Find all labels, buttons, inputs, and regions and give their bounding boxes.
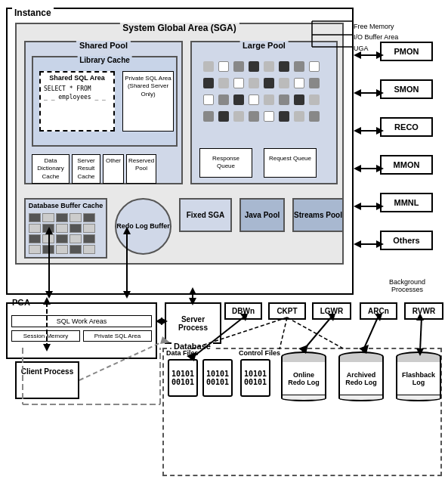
shared-pool-box: Shared Pool Library Cache Shared SQL Are…: [24, 41, 183, 184]
others-label: Others: [393, 236, 419, 245]
redo-log-buffer-label: Redo Log Buffer: [116, 222, 170, 231]
redo-log-buffer-box: Redo Log Buffer: [115, 198, 171, 255]
instance-box: Instance System Global Area (SGA) Shared…: [6, 8, 354, 295]
shared-pool-label: Shared Pool: [76, 41, 131, 50]
pga-label: PGA: [12, 298, 30, 307]
svg-line-46: [280, 317, 287, 349]
svg-line-39: [363, 317, 378, 351]
large-pool-dots: [199, 57, 328, 133]
svg-marker-9: [354, 89, 361, 97]
streams-pool-label: Streams Pool: [294, 211, 342, 219]
flashback-log-cyl: FlashbackLog: [396, 351, 441, 401]
online-redo-log-cyl: OnlineRedo Log: [281, 351, 326, 401]
svg-marker-15: [354, 165, 361, 172]
data-files-label: Data Files: [166, 349, 199, 357]
svg-marker-8: [376, 89, 384, 97]
java-pool-label: Java Pool: [245, 211, 280, 219]
rvwr-box: RVWR: [404, 302, 443, 320]
session-memory-box: Session Memory: [11, 330, 80, 342]
library-cache-label: Library Cache: [77, 56, 132, 64]
mmon-label: MMON: [394, 160, 420, 169]
instance-label: Instance: [12, 8, 54, 18]
svg-marker-21: [354, 240, 361, 248]
svg-marker-20: [376, 240, 384, 248]
svg-marker-5: [376, 51, 384, 59]
svg-line-42: [420, 317, 422, 351]
small-boxes-row: Data Dictionary Cache Server Result Cach…: [32, 154, 156, 184]
buffer-grid: [26, 210, 106, 257]
control-file-cyl: 1010100101: [240, 359, 270, 397]
svg-marker-11: [376, 127, 384, 135]
sql-example-text: SELECT * FROM_ _ employees _ _: [41, 83, 113, 103]
svg-marker-18: [354, 203, 361, 210]
sql-work-areas-box: SQL Work Areas: [11, 315, 152, 327]
svg-marker-14: [376, 165, 384, 172]
private-sql-area-box: Private SQL Area: [83, 330, 152, 342]
private-sql-label: Private SQL Area (Shared Server Only): [125, 75, 171, 98]
data-file-cyl-2: 1010100101: [202, 359, 233, 397]
fixed-sga-box: Fixed SGA: [179, 198, 232, 232]
server-result-box: Server Result Cache: [72, 154, 100, 184]
other-box: Other: [103, 154, 124, 184]
lgwr-box: LGWR: [312, 302, 351, 320]
svg-marker-12: [354, 127, 361, 135]
svg-line-47: [287, 317, 344, 349]
server-process-box: Server Process: [165, 302, 221, 344]
data-file-cyl-1: 1010100101: [168, 359, 198, 397]
shared-sql-label: Shared SQL Area: [41, 73, 113, 83]
control-files-label: Control Files: [239, 349, 280, 357]
pga-bottom-row: Session Memory Private SQL Area: [8, 330, 156, 342]
diagram-container: Instance System Global Area (SGA) Shared…: [0, 0, 448, 483]
fixed-sga-label: Fixed SGA: [187, 211, 225, 219]
reserved-pool-box: Reserved Pool: [126, 154, 156, 184]
java-pool-box: Java Pool: [239, 198, 285, 232]
smon-label: SMON: [394, 85, 419, 94]
svg-marker-6: [354, 51, 361, 59]
archived-redo-log-cyl: ArchivedRedo Log: [338, 351, 384, 401]
db-buffer-cache-box: Database Buffer Cache: [24, 198, 107, 259]
sga-label: System Global Area (SGA): [119, 23, 239, 33]
memory-lines-svg: [304, 14, 357, 59]
arcn-box: ARCn: [360, 302, 397, 320]
library-cache-box: Library Cache Shared SQL Area SELECT * F…: [32, 56, 178, 147]
client-process-box: Client Process: [15, 361, 79, 399]
dbwn-box: DBWn: [224, 302, 262, 320]
shared-sql-area-box: Shared SQL Area SELECT * FROM_ _ employe…: [39, 71, 115, 132]
response-queue-box: Response Queue: [199, 148, 252, 178]
private-sql-box: Private SQL Area (Shared Server Only): [122, 71, 174, 132]
svg-marker-17: [376, 203, 384, 210]
request-queue-box: Request Queue: [264, 148, 317, 178]
svg-line-36: [302, 317, 331, 351]
data-dict-box: Data Dictionary Cache: [32, 154, 70, 184]
large-pool-box: Large Pool Response Queue Request Queue: [190, 41, 338, 184]
large-pool-label: Large Pool: [239, 41, 289, 50]
sga-box: System Global Area (SGA) Shared Pool Lib…: [15, 23, 344, 265]
db-buffer-label: Database Buffer Cache: [26, 200, 106, 210]
ckpt-box: CKPT: [268, 302, 306, 320]
queue-boxes: Response Queue Request Queue: [199, 148, 317, 178]
reco-label: RECO: [394, 122, 419, 132]
server-process-label: Server Process: [166, 315, 220, 332]
streams-pool-box: Streams Pool: [292, 198, 344, 232]
bg-arrows-svg: [354, 42, 395, 299]
mmnl-label: MMNL: [394, 198, 419, 207]
pga-box: PGA SQL Work Areas Session Memory Privat…: [6, 302, 157, 359]
pmon-label: PMON: [394, 47, 419, 56]
